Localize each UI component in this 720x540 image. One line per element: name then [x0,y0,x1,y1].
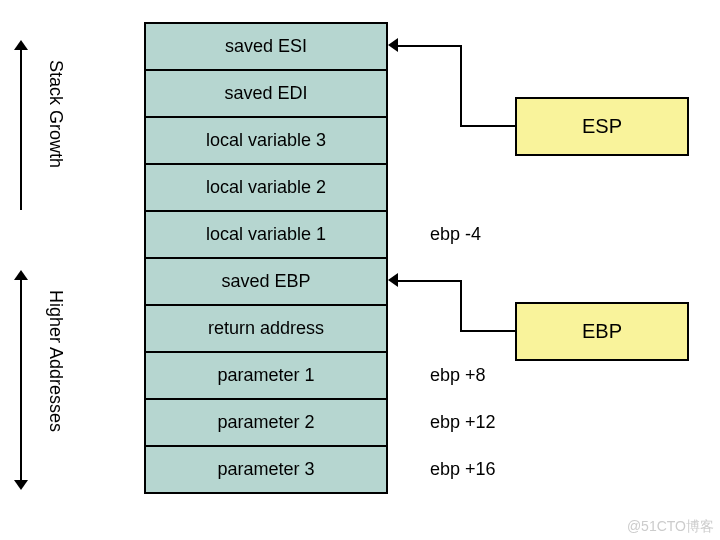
stack-cell-local-1: local variable 1 [146,212,386,259]
stack-growth-label: Stack Growth [45,60,66,168]
esp-pointer-h [460,125,515,127]
higher-addresses-arrowhead-up [14,270,28,280]
stack-cell-return-address: return address [146,306,386,353]
higher-addresses-arrowhead-down [14,480,28,490]
ebp-pointer-h [460,330,515,332]
esp-pointer-h2 [398,45,460,47]
stack-cell-saved-edi: saved EDI [146,71,386,118]
stack-cell-param-1: parameter 1 [146,353,386,400]
higher-addresses-arrow-line [20,280,22,480]
esp-pointer-v [460,45,462,125]
ebp-pointer-arrowhead [388,273,398,287]
watermark: @51CTO博客 [627,518,714,536]
stack-cell-saved-ebp: saved EBP [146,259,386,306]
stack-cell-param-3: parameter 3 [146,447,386,494]
stack-frame: saved ESI saved EDI local variable 3 loc… [144,22,388,494]
higher-addresses-label: Higher Addresses [45,290,66,432]
offset-param-1: ebp +8 [430,365,486,386]
ebp-pointer-v [460,280,462,330]
ebp-register-box: EBP [515,302,689,361]
offset-param-3: ebp +16 [430,459,496,480]
stack-cell-saved-esi: saved ESI [146,24,386,71]
stack-growth-arrow-line [20,50,22,210]
esp-pointer-arrowhead [388,38,398,52]
stack-cell-local-3: local variable 3 [146,118,386,165]
stack-cell-param-2: parameter 2 [146,400,386,447]
stack-cell-local-2: local variable 2 [146,165,386,212]
offset-param-2: ebp +12 [430,412,496,433]
esp-register-box: ESP [515,97,689,156]
stack-growth-arrowhead-up [14,40,28,50]
ebp-pointer-h2 [398,280,460,282]
offset-local-1: ebp -4 [430,224,481,245]
